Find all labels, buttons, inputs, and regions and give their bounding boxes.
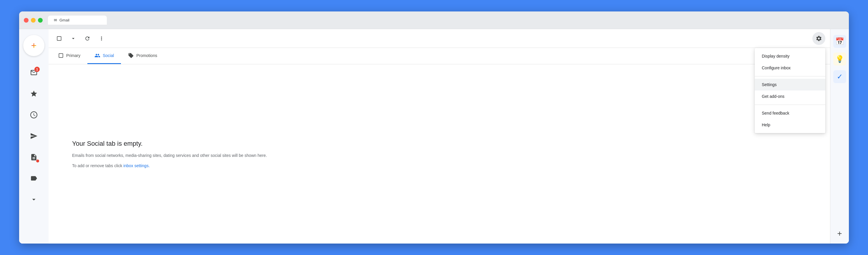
sidebar-item-more[interactable]: [27, 192, 41, 207]
minimize-button[interactable]: [31, 18, 36, 23]
inbox-tabs: Primary Social Promotions: [49, 48, 830, 64]
toolbar: Display density Configure inbox Settings…: [49, 29, 830, 48]
sidebar-item-snoozed[interactable]: [27, 108, 41, 122]
menu-item-help[interactable]: Help: [755, 119, 825, 131]
keep-app-icon[interactable]: 💡: [833, 52, 846, 66]
main-content: Display density Configure inbox Settings…: [49, 29, 830, 244]
tab-primary[interactable]: Primary: [51, 48, 87, 64]
menu-item-get-addons[interactable]: Get add-ons: [755, 90, 825, 102]
settings-gear-button[interactable]: [812, 32, 825, 45]
menu-item-display-density[interactable]: Display density: [755, 50, 825, 62]
mail-badge: 1: [34, 67, 40, 72]
label-icon: [30, 175, 38, 182]
sidebar-item-sent[interactable]: [27, 129, 41, 143]
clock-icon: [30, 111, 38, 119]
menu-item-settings[interactable]: Settings: [755, 79, 825, 90]
title-bar: ✉ Gmail: [19, 11, 849, 29]
sidebar: + 1: [19, 29, 49, 244]
compose-button[interactable]: +: [23, 35, 44, 56]
close-button[interactable]: [24, 18, 29, 23]
add-app-button[interactable]: +: [834, 228, 845, 239]
sidebar-item-starred[interactable]: [27, 87, 41, 101]
promotions-icon: [128, 52, 134, 59]
arrow-drop-down-icon: [70, 36, 76, 41]
traffic-lights: [24, 18, 43, 23]
star-icon: [30, 90, 38, 98]
tasks-app-icon[interactable]: ✓: [833, 70, 846, 83]
menu-item-send-feedback[interactable]: Send feedback: [755, 107, 825, 119]
tab-title: Gmail: [59, 18, 69, 22]
tab-social[interactable]: Social: [87, 48, 121, 64]
apps-bar: 📅 💡 ✓ +: [830, 29, 849, 244]
browser-tab[interactable]: ✉ Gmail: [48, 15, 107, 25]
draft-badge-dot: [36, 159, 39, 162]
sidebar-item-mail[interactable]: 1: [27, 66, 41, 80]
inbox-settings-link[interactable]: inbox settings.: [123, 163, 150, 168]
empty-state: Your Social tab is empty. Emails from so…: [49, 64, 830, 244]
tab-bar: ✉ Gmail: [48, 15, 844, 25]
maximize-button[interactable]: [38, 18, 43, 23]
inbox-icon: [58, 52, 64, 59]
compose-plus-icon: +: [31, 41, 37, 50]
refresh-button[interactable]: [82, 33, 93, 44]
empty-state-title: Your Social tab is empty.: [72, 140, 806, 147]
select-dropdown-button[interactable]: [67, 33, 79, 44]
empty-state-link-row: To add or remove tabs click inbox settin…: [72, 163, 806, 168]
tab-favicon: ✉: [54, 18, 57, 22]
send-icon: [30, 132, 38, 140]
browser-window: ✉ Gmail + 1: [19, 11, 849, 244]
empty-state-description: Emails from social networks, media-shari…: [72, 152, 272, 159]
chevron-down-icon: [30, 196, 38, 203]
menu-divider-1: [755, 76, 825, 76]
refresh-icon: [85, 36, 90, 41]
menu-item-configure-inbox[interactable]: Configure inbox: [755, 62, 825, 74]
gear-icon: [816, 35, 822, 42]
tab-promotions[interactable]: Promotions: [121, 48, 164, 64]
calendar-app-icon[interactable]: 📅: [833, 35, 846, 48]
empty-state-link-prefix: To add or remove tabs click: [72, 163, 123, 168]
settings-dropdown-menu: Display density Configure inbox Settings…: [755, 48, 825, 133]
more-options-button[interactable]: [96, 33, 107, 44]
sidebar-item-drafts[interactable]: [27, 150, 41, 164]
select-checkbox-button[interactable]: [53, 33, 65, 44]
social-icon: [94, 52, 100, 59]
menu-divider-2: [755, 105, 825, 105]
sidebar-item-labels[interactable]: [27, 171, 41, 185]
checkbox-icon: [56, 36, 62, 41]
app-body: + 1: [19, 29, 849, 244]
more-vert-icon: [99, 36, 104, 41]
